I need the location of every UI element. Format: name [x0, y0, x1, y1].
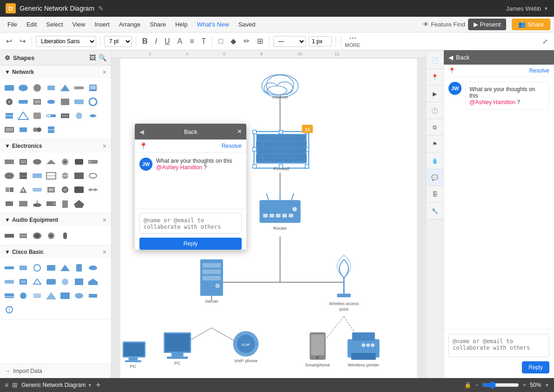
menu-view[interactable]: View [69, 19, 89, 30]
layers-panel-icon[interactable]: ⧉ [427, 119, 443, 136]
fill-button[interactable]: ◆ [228, 35, 238, 47]
shape-network-17[interactable] [31, 109, 44, 122]
location-panel-icon[interactable]: 📍 [427, 69, 443, 86]
shape-elec-24[interactable] [31, 197, 44, 210]
shape-network-11[interactable] [45, 95, 58, 108]
shapes-image-button[interactable]: 🖼 [89, 54, 96, 61]
shape-network-15[interactable] [3, 109, 16, 122]
shape-network-6[interactable] [73, 81, 86, 94]
menu-help[interactable]: Help [171, 19, 191, 30]
shape-cisco-15[interactable] [3, 289, 16, 302]
shape-elec-8[interactable] [3, 169, 16, 182]
present-button[interactable]: ▶ Present [468, 19, 506, 30]
shape-network-5[interactable] [59, 81, 72, 94]
shape-elec-12[interactable] [59, 169, 72, 182]
canvas-content[interactable]: Internet [112, 59, 426, 378]
shape-network-8[interactable] [3, 95, 16, 108]
shape-elec-26[interactable] [59, 197, 72, 210]
electronics-section-header[interactable]: ▼ Electronics × [0, 140, 111, 153]
feature-find-btn[interactable]: 👁 Feature Find [423, 21, 465, 28]
shape-network-21[interactable] [86, 109, 99, 122]
popup-close-button[interactable]: × [237, 127, 242, 136]
shape-elec-10[interactable] [31, 169, 44, 182]
edit-title-icon[interactable]: ✎ [98, 5, 104, 12]
right-resolve-button[interactable]: Resolve [529, 67, 549, 74]
shape-elec-15[interactable] [3, 183, 16, 196]
cisco-close-button[interactable]: × [103, 248, 106, 256]
menu-share[interactable]: Share [146, 19, 170, 30]
zoom-dropdown-icon[interactable]: ▼ [545, 383, 549, 388]
share-button[interactable]: 👥 Share [512, 19, 550, 30]
shape-cisco-17[interactable] [31, 289, 44, 302]
shape-cisco-10[interactable] [31, 275, 44, 288]
diagram-dropdown-icon[interactable]: ▼ [87, 383, 92, 388]
user-chevron-icon[interactable]: ▼ [544, 6, 548, 11]
shape-network-16[interactable] [17, 109, 30, 122]
shape-network-25[interactable] [45, 123, 58, 136]
shape-network-23[interactable] [17, 123, 30, 136]
undo-button[interactable]: ↩ [4, 35, 14, 47]
menu-edit[interactable]: Edit [23, 19, 40, 30]
shapes-search-button[interactable]: 🔍 [99, 54, 106, 61]
right-back-arrow[interactable]: ◀ [448, 54, 453, 61]
shape-elec-2[interactable] [17, 155, 30, 168]
shape-cisco-16[interactable] [17, 289, 30, 302]
format-panel-icon[interactable]: 📄 [427, 52, 443, 69]
shape-cisco-20[interactable] [73, 289, 86, 302]
line-style-button[interactable]: ✏ [241, 35, 252, 47]
shape-network-10[interactable] [31, 95, 44, 108]
right-comment-input[interactable] [448, 334, 549, 357]
shape-cisco-6[interactable] [73, 261, 86, 274]
electronics-close-button[interactable]: × [103, 142, 106, 150]
list-view-button[interactable]: ≡ [5, 381, 8, 389]
shape-cisco-1[interactable] [3, 261, 16, 274]
shape-audio-3[interactable] [31, 229, 44, 242]
popup-resolve-button[interactable]: Resolve [222, 143, 242, 149]
zoom-in-label[interactable]: + [523, 382, 526, 388]
shape-elec-1[interactable] [3, 155, 16, 168]
shape-elec-20[interactable] [73, 183, 86, 196]
grid-view-button[interactable]: ⊞ [12, 381, 18, 389]
zoom-out-label[interactable]: − [475, 382, 478, 388]
shape-elec-19[interactable] [59, 183, 72, 196]
shape-elec-23[interactable] [17, 197, 30, 210]
shape-elec-18[interactable] [45, 183, 58, 196]
cisco-section-header[interactable]: ▼ Cisco Basic × [0, 246, 111, 259]
shape-audio-2[interactable] [17, 229, 30, 242]
align-button[interactable]: ≡ [187, 36, 196, 47]
shape-elec-3[interactable] [31, 155, 44, 168]
menu-whats-new[interactable]: What's New [193, 19, 233, 30]
shape-audio-4[interactable] [45, 229, 58, 242]
shape-elec-22[interactable] [3, 197, 16, 210]
bold-button[interactable]: B [140, 36, 150, 47]
shape-cisco-11[interactable] [45, 275, 58, 288]
tools-panel-icon[interactable]: 🔧 [427, 203, 443, 219]
shape-elec-21[interactable] [86, 183, 99, 196]
fullscreen-button[interactable]: ⤢ [540, 36, 550, 47]
shape-network-14[interactable] [86, 95, 99, 108]
shape-network-1[interactable] [3, 81, 16, 94]
shape-elec-27[interactable] [73, 197, 86, 210]
shape-cisco-19[interactable] [59, 289, 72, 302]
popup-reply-button[interactable]: Reply [139, 238, 242, 250]
shape-audio-1[interactable] [3, 229, 16, 242]
more-button[interactable]: ⋯ MORE [345, 33, 360, 48]
shape-cisco-2[interactable] [17, 261, 30, 274]
menu-arrange[interactable]: Arrange [115, 19, 144, 30]
shape-network-4[interactable] [45, 81, 58, 94]
shape-elec-14[interactable] [86, 169, 99, 182]
database-panel-icon[interactable]: 🗄 [427, 186, 443, 203]
shape-network-9[interactable] [17, 95, 30, 108]
audio-section-header[interactable]: ▼ Audio Equipment × [0, 213, 111, 226]
right-reply-button[interactable]: Reply [522, 361, 549, 373]
shape-elec-13[interactable] [73, 169, 86, 182]
shape-cisco-9[interactable] [17, 275, 30, 288]
shape-network-3[interactable] [31, 81, 44, 94]
shape-cisco-8[interactable] [3, 275, 16, 288]
shape-elec-11[interactable] [45, 169, 58, 182]
shape-network-19[interactable] [59, 109, 72, 122]
redo-button[interactable]: ↪ [17, 35, 28, 47]
add-page-button[interactable]: + [96, 380, 101, 390]
clock-panel-icon[interactable]: 🕐 [427, 102, 443, 119]
shape-cisco-5[interactable] [59, 261, 72, 274]
